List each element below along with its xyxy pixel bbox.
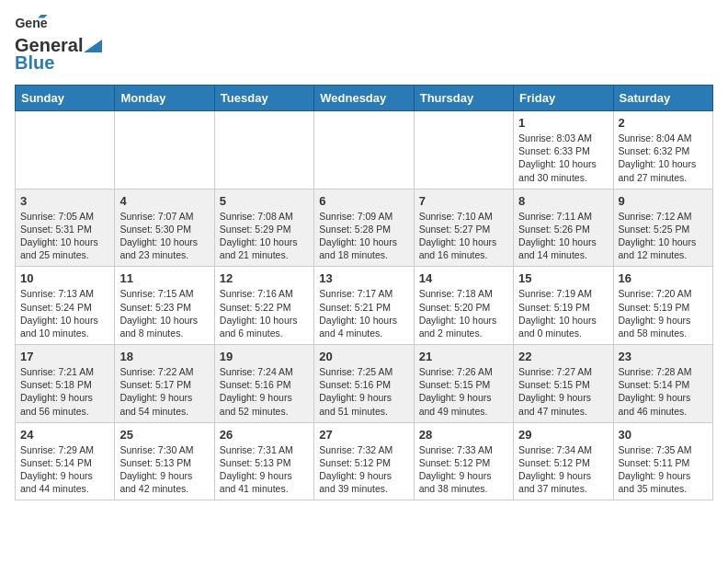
weekday-header-wednesday: Wednesday [314,86,414,111]
calendar-cell: 29Sunrise: 7:34 AM Sunset: 5:12 PM Dayli… [514,422,613,500]
day-number: 11 [119,271,209,285]
day-number: 22 [518,350,608,363]
calendar-week-2: 3Sunrise: 7:05 AM Sunset: 5:31 PM Daylig… [16,189,713,267]
calendar-cell: 19Sunrise: 7:24 AM Sunset: 5:16 PM Dayli… [214,345,313,423]
calendar-week-4: 17Sunrise: 7:21 AM Sunset: 5:18 PM Dayli… [16,345,713,423]
cell-content: Sunrise: 7:34 AM Sunset: 5:12 PM Dayligh… [518,443,608,496]
cell-content: Sunrise: 7:05 AM Sunset: 5:31 PM Dayligh… [20,210,109,262]
cell-content: Sunrise: 7:13 AM Sunset: 5:24 PM Dayligh… [20,287,109,339]
cell-content: Sunrise: 7:18 AM Sunset: 5:20 PM Dayligh… [419,287,508,339]
calendar-cell: 13Sunrise: 7:17 AM Sunset: 5:21 PM Dayli… [314,267,414,345]
logo-triangle [84,40,102,52]
cell-content: Sunrise: 7:22 AM Sunset: 5:17 PM Dayligh… [119,365,209,418]
calendar-cell [414,111,513,190]
day-number: 5 [220,194,309,208]
calendar-cell [115,111,214,190]
calendar-cell: 21Sunrise: 7:26 AM Sunset: 5:15 PM Dayli… [414,345,513,423]
calendar-cell: 12Sunrise: 7:16 AM Sunset: 5:22 PM Dayli… [214,267,313,345]
logo: General General Blue [15,15,102,74]
weekday-header-monday: Monday [115,86,214,111]
calendar-cell: 18Sunrise: 7:22 AM Sunset: 5:17 PM Dayli… [115,345,214,423]
calendar-cell: 16Sunrise: 7:20 AM Sunset: 5:19 PM Dayli… [613,267,712,345]
day-number: 21 [419,350,508,363]
day-number: 12 [220,271,309,285]
weekday-header-tuesday: Tuesday [214,86,313,111]
calendar-cell: 27Sunrise: 7:32 AM Sunset: 5:12 PM Dayli… [314,422,414,500]
calendar-cell: 9Sunrise: 7:12 AM Sunset: 5:25 PM Daylig… [613,189,712,267]
day-number: 28 [419,428,508,442]
cell-content: Sunrise: 7:33 AM Sunset: 5:12 PM Dayligh… [419,443,508,496]
calendar-cell: 24Sunrise: 7:29 AM Sunset: 5:14 PM Dayli… [16,422,115,500]
day-number: 10 [20,271,109,285]
day-number: 20 [319,350,408,363]
day-number: 25 [119,428,209,442]
cell-content: Sunrise: 7:27 AM Sunset: 5:15 PM Dayligh… [518,365,608,418]
cell-content: Sunrise: 7:31 AM Sunset: 5:13 PM Dayligh… [220,443,309,496]
calendar-cell: 10Sunrise: 7:13 AM Sunset: 5:24 PM Dayli… [16,267,115,345]
calendar-cell: 25Sunrise: 7:30 AM Sunset: 5:13 PM Dayli… [115,422,214,500]
day-number: 14 [419,271,508,285]
svg-marker-2 [84,40,102,52]
cell-content: Sunrise: 7:07 AM Sunset: 5:30 PM Dayligh… [119,210,209,262]
calendar-cell [16,111,115,190]
calendar-cell: 2Sunrise: 8:04 AM Sunset: 6:32 PM Daylig… [613,111,712,190]
cell-content: Sunrise: 7:15 AM Sunset: 5:23 PM Dayligh… [119,287,209,339]
calendar-cell: 30Sunrise: 7:35 AM Sunset: 5:11 PM Dayli… [613,422,712,500]
day-number: 6 [319,194,408,208]
cell-content: Sunrise: 7:21 AM Sunset: 5:18 PM Dayligh… [20,365,109,418]
cell-content: Sunrise: 7:09 AM Sunset: 5:28 PM Dayligh… [319,210,408,262]
calendar-cell: 15Sunrise: 7:19 AM Sunset: 5:19 PM Dayli… [514,267,613,345]
day-number: 17 [20,350,109,363]
day-number: 29 [518,428,608,442]
day-number: 13 [319,271,408,285]
calendar-cell: 22Sunrise: 7:27 AM Sunset: 5:15 PM Dayli… [514,345,613,423]
day-number: 24 [20,428,109,442]
cell-content: Sunrise: 8:04 AM Sunset: 6:32 PM Dayligh… [619,132,708,184]
day-number: 16 [619,271,708,285]
calendar-cell: 26Sunrise: 7:31 AM Sunset: 5:13 PM Dayli… [214,422,313,500]
calendar-cell: 14Sunrise: 7:18 AM Sunset: 5:20 PM Dayli… [414,267,513,345]
day-number: 1 [518,116,608,130]
calendar-cell: 17Sunrise: 7:21 AM Sunset: 5:18 PM Dayli… [16,345,115,423]
cell-content: Sunrise: 7:08 AM Sunset: 5:29 PM Dayligh… [220,210,309,262]
cell-content: Sunrise: 7:28 AM Sunset: 5:14 PM Dayligh… [619,365,708,418]
calendar-cell: 1Sunrise: 8:03 AM Sunset: 6:33 PM Daylig… [514,111,613,190]
day-number: 23 [619,350,708,363]
calendar-cell: 8Sunrise: 7:11 AM Sunset: 5:26 PM Daylig… [514,189,613,267]
calendar-cell: 7Sunrise: 7:10 AM Sunset: 5:27 PM Daylig… [414,189,513,267]
cell-content: Sunrise: 7:35 AM Sunset: 5:11 PM Dayligh… [619,443,708,496]
weekday-header-friday: Friday [514,86,613,111]
cell-content: Sunrise: 8:03 AM Sunset: 6:33 PM Dayligh… [518,132,608,184]
cell-content: Sunrise: 7:20 AM Sunset: 5:19 PM Dayligh… [619,287,708,339]
day-number: 27 [319,428,408,442]
day-number: 2 [619,116,708,130]
calendar-table: SundayMondayTuesdayWednesdayThursdayFrid… [15,85,713,500]
day-number: 9 [619,194,708,208]
calendar-cell: 4Sunrise: 7:07 AM Sunset: 5:30 PM Daylig… [115,189,214,267]
day-number: 15 [518,271,608,285]
weekday-header-sunday: Sunday [16,86,115,111]
cell-content: Sunrise: 7:24 AM Sunset: 5:16 PM Dayligh… [220,365,309,418]
day-number: 26 [220,428,309,442]
cell-content: Sunrise: 7:10 AM Sunset: 5:27 PM Dayligh… [419,210,508,262]
calendar-header-row: SundayMondayTuesdayWednesdayThursdayFrid… [16,86,713,111]
day-number: 8 [518,194,608,208]
cell-content: Sunrise: 7:29 AM Sunset: 5:14 PM Dayligh… [20,443,109,496]
cell-content: Sunrise: 7:32 AM Sunset: 5:12 PM Dayligh… [319,443,408,496]
calendar-cell: 6Sunrise: 7:09 AM Sunset: 5:28 PM Daylig… [314,189,414,267]
cell-content: Sunrise: 7:30 AM Sunset: 5:13 PM Dayligh… [119,443,209,496]
cell-content: Sunrise: 7:17 AM Sunset: 5:21 PM Dayligh… [319,287,408,339]
calendar-cell: 11Sunrise: 7:15 AM Sunset: 5:23 PM Dayli… [115,267,214,345]
cell-content: Sunrise: 7:25 AM Sunset: 5:16 PM Dayligh… [319,365,408,418]
calendar-cell: 28Sunrise: 7:33 AM Sunset: 5:12 PM Dayli… [414,422,513,500]
day-number: 3 [20,194,109,208]
calendar-cell [314,111,414,190]
cell-content: Sunrise: 7:19 AM Sunset: 5:19 PM Dayligh… [518,287,608,339]
calendar-cell: 3Sunrise: 7:05 AM Sunset: 5:31 PM Daylig… [16,189,115,267]
day-number: 7 [419,194,508,208]
calendar-week-5: 24Sunrise: 7:29 AM Sunset: 5:14 PM Dayli… [16,422,713,500]
calendar-cell: 23Sunrise: 7:28 AM Sunset: 5:14 PM Dayli… [613,345,712,423]
logo-icon: General [15,15,48,35]
cell-content: Sunrise: 7:12 AM Sunset: 5:25 PM Dayligh… [619,210,708,262]
weekday-header-saturday: Saturday [613,86,712,111]
